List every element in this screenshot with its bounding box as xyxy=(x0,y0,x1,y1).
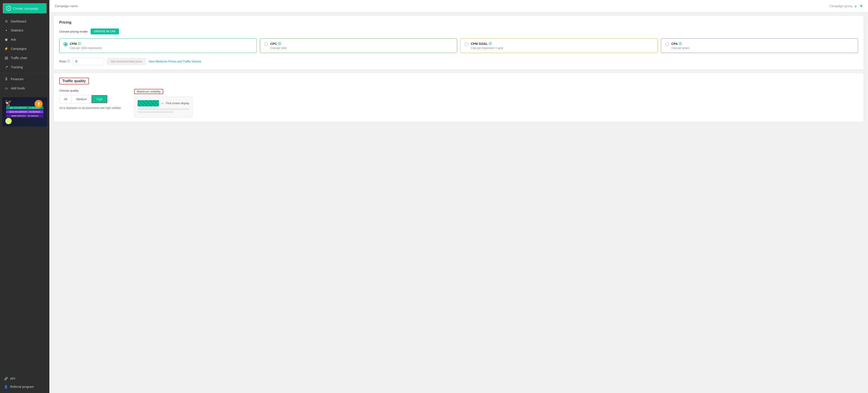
chevron-down-icon: ∨ xyxy=(854,4,857,8)
cpm-goal-title: CPM GOAL ⓘ xyxy=(471,42,503,46)
cpm-goal-content: CPM GOAL ⓘ Cost per impression + goal xyxy=(471,42,503,50)
max-visibility-label: Maximum visibility xyxy=(134,89,163,94)
content-line-2 xyxy=(137,111,174,113)
pricing-model-row: Choose pricing model UPDATE IN CPA xyxy=(59,29,858,34)
sidebar-item-ads[interactable]: ◉ Ads xyxy=(0,35,50,44)
sidebar-bottom-nav: 🔗 API 👤 Referral program xyxy=(0,372,50,393)
cpm-info-icon[interactable]: ⓘ xyxy=(78,42,81,46)
choose-quality-label: Choose quality xyxy=(59,89,121,92)
traffic-quality-left: Choose quality All Medium High Ad is dis… xyxy=(59,89,121,110)
sidebar-item-api[interactable]: 🔗 API xyxy=(0,374,50,383)
cpm-goal-radio[interactable] xyxy=(465,42,469,46)
pricing-model-label: Choose pricing model xyxy=(59,30,88,33)
content-line-1 xyxy=(137,108,189,110)
create-campaign-label: Create campaign xyxy=(13,6,39,10)
sidebar-banner: 🦅 ₿ $50-150 DEPOSIT · 1% BONUS $150-500 … xyxy=(2,97,47,127)
sidebar-bottom: 🔗 API 👤 Referral program xyxy=(0,372,50,393)
cpm-desc: Cost per 1000 impressions xyxy=(70,47,102,50)
cpm-goal-info-icon[interactable]: ⓘ xyxy=(489,42,492,46)
campaign-name-input[interactable] xyxy=(55,4,809,8)
cpa-content: CPA ⓘ Cost per action xyxy=(672,42,690,50)
cpc-title: CPC ⓘ xyxy=(271,42,286,46)
add-campaign-group-icon[interactable]: + xyxy=(860,3,863,9)
create-campaign-button[interactable]: + Create campaign xyxy=(3,3,47,13)
statistics-icon: ▪ xyxy=(4,28,8,32)
cpm-content: CPM ⓘ Cost per 1000 impressions xyxy=(70,42,102,50)
traffic-quality-section: Traffic quality Choose quality All Mediu… xyxy=(54,73,864,122)
sidebar-item-traffic-chart[interactable]: ▤ Traffic chart xyxy=(0,53,50,62)
banner-bitcoin-icon: ₿ xyxy=(35,100,43,108)
pricing-card-cpm-goal[interactable]: CPM GOAL ⓘ Cost per impression + goal xyxy=(460,38,658,53)
cpa-title: CPA ⓘ xyxy=(672,42,690,46)
pricing-card-cpc[interactable]: CPC ⓘ Cost per click xyxy=(260,38,457,53)
traffic-chart-icon: ▤ xyxy=(4,56,8,60)
create-campaign-icon: + xyxy=(6,6,11,11)
quality-buttons: All Medium High xyxy=(59,95,107,103)
cpc-content: CPC ⓘ Cost per click xyxy=(271,42,286,50)
sidebar-item-tracking[interactable]: ↗ Tracking xyxy=(0,62,50,72)
set-recommended-price-button[interactable]: Set recommended price xyxy=(107,58,146,65)
sidebar-item-statistics[interactable]: ▪ Statistics xyxy=(0,26,50,35)
content-lines xyxy=(137,108,189,113)
pricing-section: Pricing Choose pricing model UPDATE IN C… xyxy=(54,16,864,69)
banner-eagle-icon: 🦅 xyxy=(4,99,12,107)
referral-icon: 👤 xyxy=(4,385,8,389)
sidebar: + Create campaign ⊙ Dashboard ▪ Statisti… xyxy=(0,0,50,393)
dashboard-icon: ⊙ xyxy=(4,19,8,23)
sidebar-item-label: Ads xyxy=(11,38,16,41)
cpc-radio[interactable] xyxy=(264,42,268,46)
cpm-radio[interactable] xyxy=(63,42,67,46)
campaign-group-select[interactable]: Campaign group ∨ xyxy=(812,4,857,8)
update-cpa-button[interactable]: UPDATE IN CPA xyxy=(91,29,119,34)
price-label: Price ⓘ xyxy=(59,59,70,63)
price-row: Price ⓘ Set recommended price View Minim… xyxy=(59,57,858,65)
arrow-left-icon: ← xyxy=(161,101,165,105)
price-input[interactable] xyxy=(73,57,104,65)
sidebar-item-label: Traffic chart xyxy=(11,56,27,60)
cpm-title: CPM ⓘ xyxy=(70,42,102,46)
sidebar-item-label: Finances xyxy=(11,77,24,81)
quality-btn-high[interactable]: High xyxy=(92,95,107,103)
add-funds-icon: ▭ xyxy=(4,86,8,90)
quality-btn-all[interactable]: All xyxy=(59,95,72,103)
sidebar-item-add-funds[interactable]: ▭ Add funds xyxy=(0,84,50,93)
first-screen-row: ← First screen display xyxy=(137,100,189,107)
sidebar-item-label: Dashboard xyxy=(11,20,26,23)
sidebar-item-label: Referral program xyxy=(10,385,34,389)
sidebar-item-label: Add funds xyxy=(11,86,25,90)
sidebar-item-label: Campaigns xyxy=(11,47,27,51)
pricing-card-cpm[interactable]: CPM ⓘ Cost per 1000 impressions xyxy=(59,38,257,53)
cpc-info-icon[interactable]: ⓘ xyxy=(278,42,281,46)
traffic-quality-title-box: Traffic quality xyxy=(59,78,89,84)
main-content: Campaign group ∨ + Pricing Choose pricin… xyxy=(50,0,868,393)
cpm-goal-desc: Cost per impression + goal xyxy=(471,47,503,50)
cpc-desc: Cost per click xyxy=(271,47,286,50)
sidebar-divider xyxy=(0,73,50,73)
sidebar-item-label: Statistics xyxy=(11,29,23,32)
pricing-card-cpa[interactable]: CPA ⓘ Cost per action xyxy=(661,38,858,53)
finances-icon: $ xyxy=(4,77,8,81)
ads-icon: ◉ xyxy=(4,37,8,41)
quality-btn-medium[interactable]: Medium xyxy=(72,95,91,103)
pricing-cards: CPM ⓘ Cost per 1000 impressions CPC ⓘ Co… xyxy=(59,38,858,53)
tracking-icon: ↗ xyxy=(4,65,8,69)
banner-row-2: $150-500 DEPOSIT · 2% BONUS xyxy=(6,110,43,113)
pricing-title: Pricing xyxy=(59,21,858,25)
sidebar-item-dashboard[interactable]: ⊙ Dashboard xyxy=(0,17,50,26)
sidebar-item-referral[interactable]: 👤 Referral program xyxy=(0,383,50,391)
quality-description: Ad is displayed on ad placements with hi… xyxy=(59,107,121,110)
banner-row-3: >$500 DEPOSIT · 3% BONUS xyxy=(6,114,43,117)
sidebar-item-label: API xyxy=(10,377,15,381)
sidebar-item-label: Tracking xyxy=(11,65,23,69)
cpa-info-icon[interactable]: ⓘ xyxy=(679,42,682,46)
banner-circle-decoration xyxy=(5,118,12,124)
sidebar-nav: ⊙ Dashboard ▪ Statistics ◉ Ads ⚡ Campaig… xyxy=(0,17,50,95)
first-screen-bar xyxy=(137,100,159,107)
traffic-quality-title: Traffic quality xyxy=(62,79,86,83)
price-info-icon[interactable]: ⓘ xyxy=(67,59,70,63)
cpa-radio[interactable] xyxy=(665,42,669,46)
view-min-prices-link[interactable]: View Minimum Prices and Traffic Volume xyxy=(149,60,201,63)
visibility-diagram: ← First screen display xyxy=(134,97,192,117)
sidebar-item-finances[interactable]: $ Finances xyxy=(0,75,50,84)
sidebar-item-campaigns[interactable]: ⚡ Campaigns xyxy=(0,44,50,53)
